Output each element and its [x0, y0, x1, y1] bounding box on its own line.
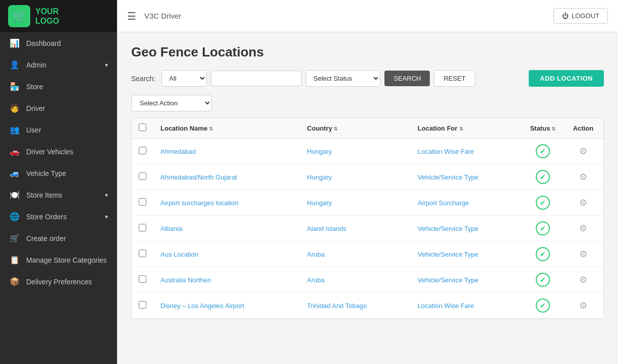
search-input[interactable]: [211, 71, 302, 86]
row-checkbox-1[interactable]: [139, 172, 146, 180]
add-location-button[interactable]: ADD LOCATION: [529, 70, 604, 87]
sidebar-icon-create-order: 🛒: [9, 233, 20, 243]
location-for-link-5[interactable]: Vehicle/Service Type: [418, 276, 478, 284]
sidebar-label-driver-vehicles: Driver Vehicles: [26, 148, 108, 156]
row-checkbox-cell: [132, 164, 153, 190]
sidebar-icon-driver-vehicles: 🚗: [9, 147, 20, 156]
location-for-link-4[interactable]: Vehicle/Service Type: [418, 251, 478, 258]
location-link-0[interactable]: Ahmedabad: [160, 148, 196, 155]
row-checkbox-2[interactable]: [139, 198, 146, 206]
row-checkbox-4[interactable]: [139, 250, 146, 257]
table-row: Disney – Los Angeles Airport Trinidad An…: [132, 293, 603, 319]
sidebar-item-vehicle-type[interactable]: 🚙 Vehicle Type: [0, 162, 117, 184]
sidebar-item-store-items[interactable]: 🍽️ Store Items ▾: [0, 184, 117, 206]
select-all-checkbox[interactable]: [139, 124, 146, 131]
sidebar-icon-vehicle-type: 🚙: [9, 168, 20, 178]
location-link-6[interactable]: Disney – Los Angeles Airport: [160, 302, 244, 310]
country-link-6[interactable]: Trinidad And Tobago: [307, 302, 367, 310]
search-button[interactable]: SEARCH: [384, 71, 430, 86]
sidebar-item-manage-store-categories[interactable]: 📋 Manage Store Categories: [0, 249, 117, 271]
sidebar-item-admin[interactable]: 👤 Admin ▾: [0, 54, 117, 76]
header-status: Status⇅: [523, 118, 563, 139]
location-for-link-6[interactable]: Location Wise Fare: [418, 302, 474, 310]
location-link-1[interactable]: Ahmedabad/North Gujarat: [160, 173, 237, 181]
status-select[interactable]: Select Status Active Inactive: [306, 70, 380, 87]
location-for-link-1[interactable]: Vehicle/Service Type: [418, 173, 478, 181]
row-country-4: Aruba: [300, 241, 411, 267]
sidebar-item-driver-vehicles[interactable]: 🚗 Driver Vehicles: [0, 141, 117, 162]
row-checkbox-0[interactable]: [139, 147, 146, 154]
location-link-4[interactable]: Aus Location: [160, 251, 198, 258]
row-location-name-4: Aus Location: [153, 241, 300, 267]
country-link-1[interactable]: Hungary: [307, 173, 332, 181]
logo-area: YOURLOGO: [0, 0, 117, 32]
sidebar-item-user[interactable]: 👥 User: [0, 119, 117, 141]
row-location-for-3: Vehicle/Service Type: [411, 216, 523, 241]
row-status-4: ✔: [523, 241, 563, 267]
row-location-for-6: Location Wise Fare: [411, 293, 523, 319]
chevron-down-icon: ▾: [105, 62, 108, 69]
header-checkbox-col: [132, 118, 153, 139]
sidebar-label-dashboard: Dashboard: [26, 39, 108, 47]
location-for-link-3[interactable]: Vehicle/Service Type: [418, 225, 478, 232]
row-checkbox-cell: [132, 216, 153, 241]
sort-arrow-country: ⇅: [333, 126, 338, 132]
country-link-2[interactable]: Hungary: [307, 199, 332, 207]
locations-table: Location Name⇅ Country⇅ Location For⇅ St…: [132, 118, 603, 319]
gear-icon-6[interactable]: ⚙: [579, 300, 587, 311]
row-checkbox-6[interactable]: [139, 301, 146, 309]
table-row: Airport surcharges location Hungary Airp…: [132, 190, 603, 216]
gear-icon-3[interactable]: ⚙: [579, 223, 587, 233]
sidebar-item-create-order[interactable]: 🛒 Create order: [0, 227, 117, 249]
status-active-icon-3: ✔: [536, 221, 550, 235]
search-filter-select[interactable]: All Location Name Country: [161, 70, 207, 87]
location-for-link-0[interactable]: Location Wise Fare: [418, 148, 474, 155]
sidebar-label-create-order: Create order: [26, 234, 108, 242]
status-active-icon-1: ✔: [536, 170, 550, 184]
status-active-icon-6: ✔: [536, 298, 550, 313]
row-checkbox-3[interactable]: [139, 224, 146, 231]
action-row: Select Action Delete: [131, 95, 604, 111]
row-action-2: ⚙: [563, 190, 603, 216]
logo-icon: [8, 5, 30, 27]
sidebar-item-store[interactable]: 🏪 Store: [0, 76, 117, 97]
logout-button[interactable]: ⏻ LOGOUT: [553, 8, 608, 24]
table-row: Aus Location Aruba Vehicle/Service Type …: [132, 241, 603, 267]
table-row: Australia Northen Aruba Vehicle/Service …: [132, 267, 603, 293]
sort-arrow-location: ⇅: [209, 126, 213, 132]
hamburger-icon[interactable]: ☰: [127, 10, 136, 22]
sidebar-label-store-orders: Store Orders: [26, 213, 99, 221]
location-link-5[interactable]: Australia Northen: [160, 276, 211, 284]
country-link-0[interactable]: Hungary: [307, 148, 332, 155]
country-link-3[interactable]: Aland Islands: [307, 225, 347, 232]
sidebar-icon-dashboard: 📊: [9, 38, 20, 48]
country-link-5[interactable]: Aruba: [307, 276, 325, 284]
sidebar-label-manage-store-categories: Manage Store Categories: [26, 256, 108, 264]
location-link-2[interactable]: Airport surcharges location: [160, 199, 239, 207]
location-for-link-2[interactable]: Airport Surcharge: [418, 199, 469, 207]
sidebar-icon-manage-store-categories: 📋: [9, 255, 20, 265]
action-select[interactable]: Select Action Delete: [131, 95, 212, 111]
gear-icon-2[interactable]: ⚙: [579, 198, 587, 208]
country-link-4[interactable]: Aruba: [307, 251, 325, 258]
table-row: Albania Aland Islands Vehicle/Service Ty…: [132, 216, 603, 241]
table-row: Ahmedabad/North Gujarat Hungary Vehicle/…: [132, 164, 603, 190]
sort-arrow-location-for: ⇅: [459, 126, 463, 132]
reset-button[interactable]: RESET: [434, 70, 475, 87]
row-location-name-1: Ahmedabad/North Gujarat: [153, 164, 300, 190]
row-checkbox-cell: [132, 293, 153, 319]
gear-icon-4[interactable]: ⚙: [579, 249, 587, 259]
gear-icon-0[interactable]: ⚙: [579, 146, 587, 156]
sidebar-item-store-orders[interactable]: 🌐 Store Orders ▾: [0, 206, 117, 227]
row-checkbox-5[interactable]: [139, 275, 146, 283]
gear-icon-1[interactable]: ⚙: [579, 172, 587, 182]
sidebar-item-dashboard[interactable]: 📊 Dashboard: [0, 32, 117, 54]
sidebar-item-delivery-preferences[interactable]: 📦 Delivery Preferences: [0, 271, 117, 292]
table-header: Location Name⇅ Country⇅ Location For⇅ St…: [132, 118, 603, 139]
gear-icon-5[interactable]: ⚙: [579, 275, 587, 285]
sidebar-item-driver[interactable]: 🧑 Driver: [0, 97, 117, 119]
chevron-down-icon: ▾: [105, 192, 108, 199]
location-link-3[interactable]: Albania: [160, 225, 182, 232]
row-location-for-2: Airport Surcharge: [411, 190, 523, 216]
row-status-1: ✔: [523, 164, 563, 190]
